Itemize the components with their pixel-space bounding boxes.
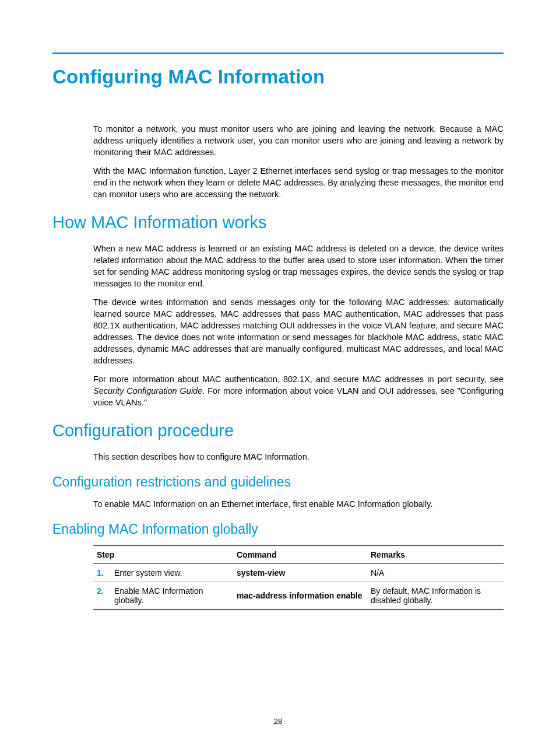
command-text: mac-address information enable <box>237 591 363 600</box>
cell-command: mac-address information enable <box>233 582 367 610</box>
how-para-3-italic: Security Configuration Guide <box>93 386 202 396</box>
th-command: Command <box>233 546 367 564</box>
table-row: 1. Enter system view. system-view N/A <box>93 564 504 582</box>
table-row: 2. Enable MAC Information globally. mac-… <box>93 582 504 610</box>
cell-command: system-view <box>233 564 367 582</box>
section-how-mac-info-works: How MAC Information works <box>52 213 504 232</box>
th-step: Step <box>93 546 233 564</box>
step-text: Enter system view. <box>114 568 230 578</box>
how-para-2: The device writes information and sends … <box>93 296 504 366</box>
step-text: Enable MAC Information globally. <box>114 586 230 605</box>
top-rule <box>52 52 504 54</box>
subsection-restrictions: Configuration restrictions and guideline… <box>52 474 504 490</box>
cell-remarks: N/A <box>367 564 504 582</box>
cell-step: 2. Enable MAC Information globally. <box>93 582 233 610</box>
table-header-row: Step Command Remarks <box>93 546 504 564</box>
step-number: 2. <box>97 586 108 605</box>
th-remarks: Remarks <box>367 546 504 564</box>
how-para-1: When a new MAC address is learned or an … <box>93 243 504 289</box>
subsection-enable-globally: Enabling MAC Information globally <box>52 522 504 537</box>
command-text: system-view <box>237 568 285 578</box>
how-para-3a: For more information about MAC authentic… <box>93 374 504 384</box>
intro-para-1: To monitor a network, you must monitor u… <box>93 123 504 158</box>
how-para-3: For more information about MAC authentic… <box>93 373 504 408</box>
steps-table: Step Command Remarks 1. Enter system vie… <box>93 545 504 610</box>
page-number: 28 <box>0 717 556 726</box>
restrict-para-1: To enable MAC Information on an Ethernet… <box>93 498 504 510</box>
proc-para-1: This section describes how to configure … <box>93 451 504 463</box>
cell-remarks: By default, MAC Information is disabled … <box>367 582 504 610</box>
page-title: Configuring MAC Information <box>52 66 504 88</box>
intro-para-2: With the MAC Information function, Layer… <box>93 165 504 200</box>
step-number: 1. <box>97 568 108 578</box>
cell-step: 1. Enter system view. <box>93 564 233 582</box>
section-configuration-procedure: Configuration procedure <box>52 421 504 440</box>
